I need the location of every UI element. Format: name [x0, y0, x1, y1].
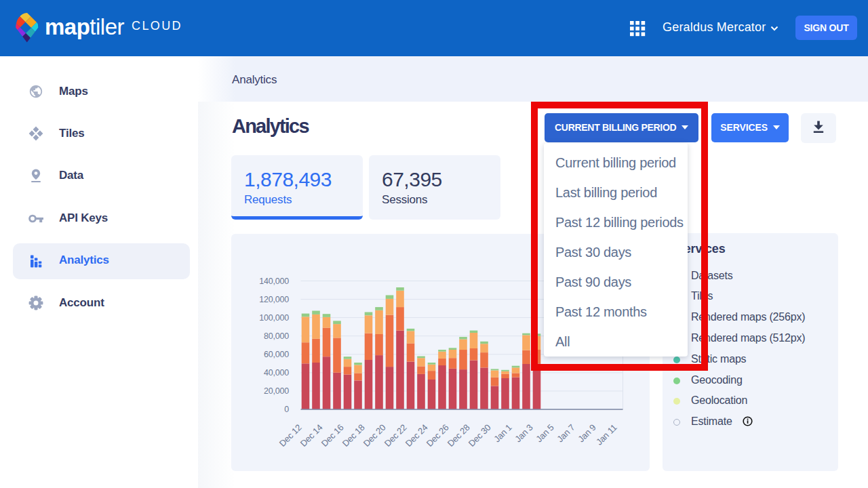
svg-text:Dec 12: Dec 12 — [277, 422, 304, 449]
svg-text:Jan 1: Jan 1 — [492, 422, 513, 444]
svg-text:Dec 20: Dec 20 — [361, 422, 388, 449]
svg-text:Dec 16: Dec 16 — [319, 422, 346, 449]
svg-text:Dec 22: Dec 22 — [382, 422, 409, 449]
svg-text:100,000: 100,000 — [259, 313, 289, 323]
svg-text:Dec 14: Dec 14 — [298, 422, 325, 449]
svg-text:40,000: 40,000 — [264, 368, 289, 378]
svg-text:Dec 30: Dec 30 — [467, 422, 493, 449]
svg-text:Dec 28: Dec 28 — [446, 422, 472, 449]
svg-text:Dec 24: Dec 24 — [403, 422, 430, 449]
svg-text:Jan 7: Jan 7 — [555, 422, 576, 444]
svg-text:Dec 18: Dec 18 — [340, 422, 367, 449]
svg-text:60,000: 60,000 — [264, 350, 289, 359]
svg-text:Jan 5: Jan 5 — [534, 422, 555, 444]
svg-text:140,000: 140,000 — [259, 277, 289, 286]
svg-text:Jan 11: Jan 11 — [594, 422, 619, 447]
svg-text:0: 0 — [284, 405, 289, 414]
svg-text:20,000: 20,000 — [264, 386, 289, 396]
svg-text:120,000: 120,000 — [259, 295, 289, 304]
svg-text:Jan 3: Jan 3 — [513, 422, 534, 444]
svg-text:80,000: 80,000 — [264, 331, 289, 341]
svg-text:Dec 26: Dec 26 — [425, 422, 451, 449]
